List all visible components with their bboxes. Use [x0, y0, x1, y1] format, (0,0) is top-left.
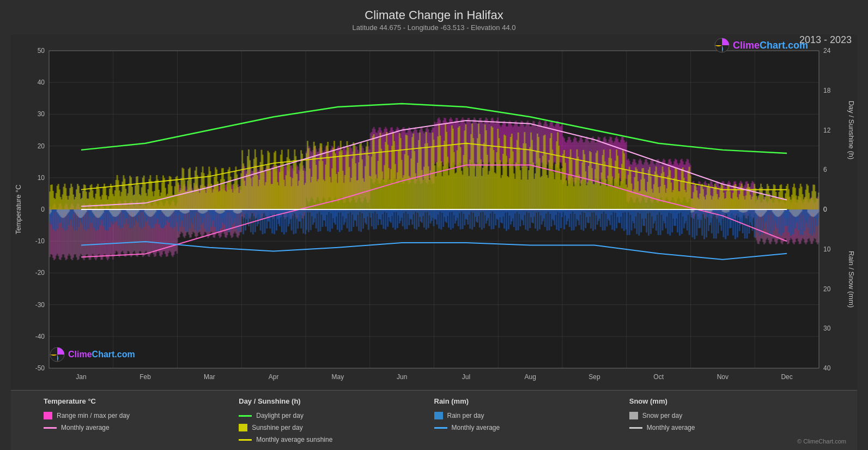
main-chart	[11, 34, 857, 390]
page-wrapper: Climate Change in Halifax Latitude 44.67…	[0, 0, 868, 450]
legend-area: Temperature °C Range min / max per day M…	[11, 390, 857, 450]
snow-per-day-label: Snow per day	[642, 412, 682, 419]
temp-avg-label: Monthly average	[61, 424, 110, 431]
legend-temperature: Temperature °C Range min / max per day M…	[44, 397, 239, 443]
climechart-logo-icon-bottom	[49, 346, 65, 363]
legend-rain-per-day: Rain per day	[434, 412, 629, 419]
snow-avg-swatch	[629, 427, 642, 429]
legend-snow: Snow (mm) Snow per day Monthly average	[629, 397, 824, 443]
legend-rain-title: Rain (mm)	[434, 397, 629, 405]
logo-bottom-left: ClimeChart.com	[49, 346, 135, 363]
legend-rain-avg: Monthly average	[434, 424, 629, 431]
chart-area: 2013 - 2023 ClimeChart.com ClimeChar	[11, 34, 857, 390]
legend-rain: Rain (mm) Rain per day Monthly average	[434, 397, 629, 443]
sunshine-per-day-label: Sunshine per day	[252, 424, 302, 431]
chart-title: Climate Change in Halifax	[365, 8, 503, 22]
rain-avg-label: Monthly average	[452, 424, 500, 431]
logo-text-bottom: ClimeChart.com	[68, 350, 135, 359]
snow-avg-label: Monthly average	[647, 424, 695, 431]
chart-subtitle: Latitude 44.675 - Longitude -63.513 - El…	[353, 23, 516, 32]
legend-sunshine-avg: Monthly average sunshine	[239, 436, 434, 443]
legend-temp-range: Range min / max per day	[44, 412, 239, 419]
sunshine-avg-swatch	[239, 439, 252, 441]
rain-avg-swatch	[434, 427, 447, 429]
rain-per-day-swatch	[434, 412, 443, 419]
daylight-swatch	[239, 415, 252, 417]
legend-sunshine: Day / Sunshine (h) Daylight per day Suns…	[239, 397, 434, 443]
temp-range-label: Range min / max per day	[57, 412, 130, 419]
sunshine-avg-label: Monthly average sunshine	[256, 436, 332, 443]
legend-temperature-title: Temperature °C	[44, 397, 239, 405]
legend-snow-per-day: Snow per day	[629, 412, 824, 419]
legend-snow-title: Snow (mm)	[629, 397, 824, 405]
logo-top-right: ClimeChart.com	[714, 37, 808, 53]
legend-daylight: Daylight per day	[239, 412, 434, 419]
temp-range-swatch	[44, 412, 52, 419]
legend-sunshine-title: Day / Sunshine (h)	[239, 397, 434, 405]
logo-text-top: ClimeChart.com	[733, 40, 808, 51]
rain-per-day-label: Rain per day	[447, 412, 484, 419]
legend-snow-avg: Monthly average	[629, 424, 824, 431]
daylight-label: Daylight per day	[256, 412, 304, 419]
snow-per-day-swatch	[629, 412, 638, 419]
temp-avg-swatch	[44, 427, 57, 429]
sunshine-per-day-swatch	[239, 424, 247, 431]
legend-temp-avg: Monthly average	[44, 424, 239, 431]
legend-sunshine-per-day: Sunshine per day	[239, 424, 434, 431]
climechart-logo-icon-top	[714, 37, 730, 53]
copyright: © ClimeChart.com	[797, 438, 846, 445]
